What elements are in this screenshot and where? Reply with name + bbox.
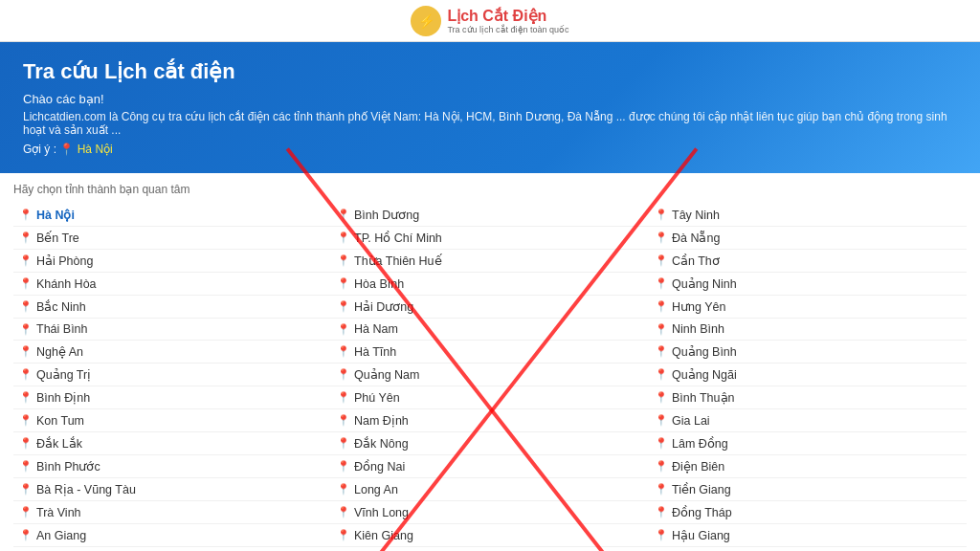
location-icon: 📍 [655,391,668,404]
province-name: Hòa Bình [354,277,404,291]
pin-icon: 📍 [59,143,74,156]
province-item[interactable]: 📍Ninh Bình [649,319,967,341]
province-name: Bình Dương [354,208,419,222]
province-item[interactable]: 📍Đồng Tháp [649,501,967,524]
province-item[interactable]: 📍Tuyên Quang [331,547,649,551]
province-item[interactable]: 📍Quảng Trị [13,364,331,386]
province-item[interactable]: 📍Bà Rịa - Vũng Tàu [13,478,331,501]
hero-banner: Tra cứu Lịch cắt điện Chào các bạn! Lich… [0,42,980,173]
province-item[interactable]: 📍Lâm Đồng [649,432,967,455]
province-name: Bắc Ninh [36,299,86,314]
location-icon: 📍 [19,460,33,473]
province-name: Vĩnh Long [354,506,409,519]
province-name: Bình Định [36,390,90,405]
province-item[interactable]: 📍Bình Thuận [649,386,967,409]
province-name: Gia Lai [672,414,710,428]
province-item[interactable]: 📍Hải Phòng [13,250,331,273]
province-name: Đắk Lắk [36,436,82,451]
province-item[interactable]: 📍Kon Tum [13,409,331,432]
province-item[interactable]: 📍Thừa Thiên Huế [331,250,649,273]
province-item[interactable]: 📍Bình Phước [13,455,331,478]
province-item[interactable]: 📍Đắk Lắk [13,432,331,455]
location-icon: 📍 [655,209,668,221]
province-item[interactable]: 📍Khánh Hòa [13,273,331,296]
province-item[interactable]: 📍Tây Ninh [649,204,967,227]
province-item[interactable]: 📍Hải Dương [331,296,649,319]
location-icon: 📍 [19,368,33,381]
logo[interactable]: ⚡ Lịch Cắt Điện Tra cứu lịch cắt điện to… [411,6,568,36]
location-icon: 📍 [19,483,33,496]
location-icon: 📍 [337,345,350,358]
location-icon: 📍 [19,231,33,244]
province-item[interactable]: 📍Long An [331,478,649,501]
province-item[interactable]: 📍An Giang [13,524,331,547]
province-name: Long An [354,483,398,496]
province-item[interactable]: 📍Sóc Trăng [13,547,331,551]
province-name: Hải Dương [354,299,413,314]
province-item[interactable]: 📍Quảng Ngãi [649,364,967,386]
location-icon: 📍 [337,506,350,518]
province-item[interactable]: 📍Hà Nam [331,319,649,341]
province-item[interactable]: 📍Nghệ An [13,341,331,364]
province-item[interactable]: 📍Lai Châu [649,547,967,551]
location-icon: 📍 [337,209,350,221]
province-item[interactable]: 📍Điện Biên [649,455,967,478]
province-name: Thừa Thiên Huế [354,253,442,268]
province-name: Nam Định [354,413,409,428]
province-item[interactable]: 📍Hòa Bình [331,273,649,296]
location-icon: 📍 [655,231,668,244]
province-name: Kiên Giang [354,529,413,542]
province-name: Tây Ninh [672,209,720,222]
province-item[interactable]: 📍Tiền Giang [649,478,967,501]
province-name: Đồng Nai [354,459,405,474]
province-name: Hậu Giang [672,528,730,542]
province-item[interactable]: 📍Nam Định [331,409,649,432]
province-name: Bến Tre [36,231,79,245]
province-name: Đà Nẵng [672,231,720,245]
province-item[interactable]: 📍Quảng Ninh [649,273,967,296]
province-name: Thái Bình [36,322,88,336]
location-icon: 📍 [655,300,668,313]
province-item[interactable]: 📍TP. Hồ Chí Minh [331,227,649,250]
province-item[interactable]: 📍Đồng Nai [331,455,649,478]
province-name: Phú Yên [354,391,400,405]
location-icon: 📍 [19,209,33,221]
province-item[interactable]: 📍Đà Nẵng [649,227,967,250]
province-item[interactable]: 📍Bến Tre [13,227,331,250]
location-icon: 📍 [337,277,350,290]
province-item[interactable]: 📍Bình Dương [331,204,649,227]
province-item[interactable]: 📍Hà Tĩnh [331,341,649,364]
province-name: Quảng Ninh [672,276,737,291]
location-icon: 📍 [19,414,33,427]
hero-description: Lichcatdien.com là Công cụ tra cứu lịch … [23,110,957,137]
logo-icon: ⚡ [411,6,441,36]
location-icon: 📍 [19,323,33,336]
province-item[interactable]: 📍Hà Nội [13,204,331,227]
province-item[interactable]: 📍Thái Bình [13,319,331,341]
province-item[interactable]: 📍Vĩnh Long [331,501,649,524]
province-name: Bình Thuận [672,390,734,405]
location-icon: 📍 [655,529,668,541]
location-icon: 📍 [337,300,350,313]
province-item[interactable]: 📍Bình Định [13,386,331,409]
province-name: Khánh Hòa [36,277,97,291]
location-icon: 📍 [337,254,350,267]
location-icon: 📍 [655,323,668,336]
province-item[interactable]: 📍Hậu Giang [649,524,967,547]
province-name: Quảng Trị [36,367,91,382]
suggestion-city-link[interactable]: Hà Nội [78,143,113,156]
province-item[interactable]: 📍Quảng Nam [331,364,649,386]
province-item[interactable]: 📍Kiên Giang [331,524,649,547]
province-name: Đắk Nông [354,436,409,451]
province-item[interactable]: 📍Cần Thơ [649,250,967,273]
province-item[interactable]: 📍Bắc Ninh [13,296,331,319]
province-item[interactable]: 📍Quảng Bình [649,341,967,364]
province-item[interactable]: 📍Trà Vinh [13,501,331,524]
location-icon: 📍 [655,345,668,358]
province-item[interactable]: 📍Đắk Nông [331,432,649,455]
province-item[interactable]: 📍Gia Lai [649,409,967,432]
location-icon: 📍 [337,391,350,404]
province-item[interactable]: 📍Hưng Yên [649,296,967,319]
location-icon: 📍 [19,529,33,541]
province-item[interactable]: 📍Phú Yên [331,386,649,409]
